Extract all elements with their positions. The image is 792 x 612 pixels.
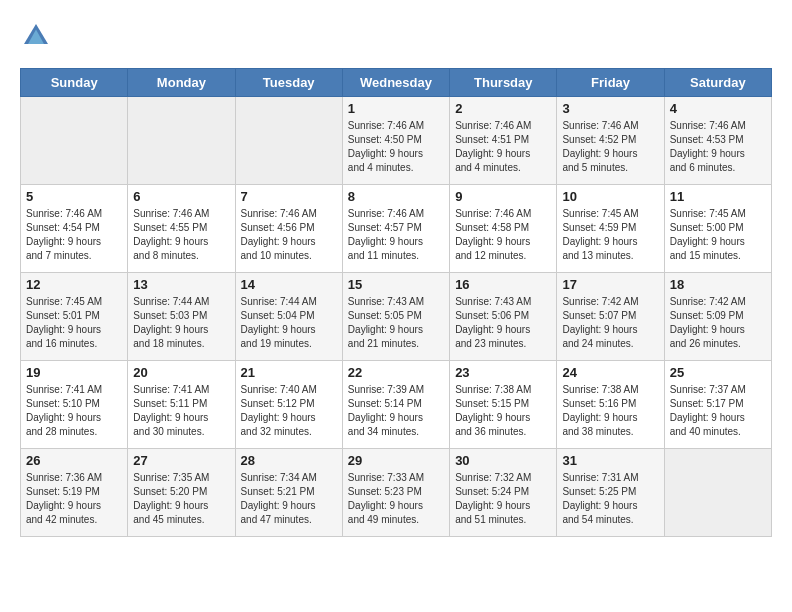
day-number: 10 bbox=[562, 189, 658, 204]
day-number: 22 bbox=[348, 365, 444, 380]
day-info: Sunrise: 7:42 AM Sunset: 5:07 PM Dayligh… bbox=[562, 295, 658, 351]
day-info: Sunrise: 7:38 AM Sunset: 5:16 PM Dayligh… bbox=[562, 383, 658, 439]
weekday-header-wednesday: Wednesday bbox=[342, 69, 449, 97]
calendar-cell: 14Sunrise: 7:44 AM Sunset: 5:04 PM Dayli… bbox=[235, 273, 342, 361]
day-info: Sunrise: 7:43 AM Sunset: 5:06 PM Dayligh… bbox=[455, 295, 551, 351]
day-number: 5 bbox=[26, 189, 122, 204]
day-number: 7 bbox=[241, 189, 337, 204]
day-number: 26 bbox=[26, 453, 122, 468]
calendar-table: SundayMondayTuesdayWednesdayThursdayFrid… bbox=[20, 68, 772, 537]
day-info: Sunrise: 7:34 AM Sunset: 5:21 PM Dayligh… bbox=[241, 471, 337, 527]
day-info: Sunrise: 7:43 AM Sunset: 5:05 PM Dayligh… bbox=[348, 295, 444, 351]
weekday-header-friday: Friday bbox=[557, 69, 664, 97]
logo bbox=[20, 20, 56, 52]
calendar-week-row: 26Sunrise: 7:36 AM Sunset: 5:19 PM Dayli… bbox=[21, 449, 772, 537]
calendar-week-row: 1Sunrise: 7:46 AM Sunset: 4:50 PM Daylig… bbox=[21, 97, 772, 185]
day-info: Sunrise: 7:44 AM Sunset: 5:04 PM Dayligh… bbox=[241, 295, 337, 351]
day-info: Sunrise: 7:42 AM Sunset: 5:09 PM Dayligh… bbox=[670, 295, 766, 351]
day-number: 6 bbox=[133, 189, 229, 204]
day-number: 9 bbox=[455, 189, 551, 204]
day-info: Sunrise: 7:45 AM Sunset: 4:59 PM Dayligh… bbox=[562, 207, 658, 263]
day-number: 17 bbox=[562, 277, 658, 292]
day-info: Sunrise: 7:46 AM Sunset: 4:50 PM Dayligh… bbox=[348, 119, 444, 175]
day-info: Sunrise: 7:45 AM Sunset: 5:01 PM Dayligh… bbox=[26, 295, 122, 351]
day-info: Sunrise: 7:36 AM Sunset: 5:19 PM Dayligh… bbox=[26, 471, 122, 527]
day-number: 4 bbox=[670, 101, 766, 116]
weekday-header-sunday: Sunday bbox=[21, 69, 128, 97]
day-info: Sunrise: 7:32 AM Sunset: 5:24 PM Dayligh… bbox=[455, 471, 551, 527]
calendar-cell: 13Sunrise: 7:44 AM Sunset: 5:03 PM Dayli… bbox=[128, 273, 235, 361]
day-number: 21 bbox=[241, 365, 337, 380]
calendar-cell bbox=[664, 449, 771, 537]
day-number: 3 bbox=[562, 101, 658, 116]
calendar-cell bbox=[128, 97, 235, 185]
calendar-cell: 3Sunrise: 7:46 AM Sunset: 4:52 PM Daylig… bbox=[557, 97, 664, 185]
day-number: 18 bbox=[670, 277, 766, 292]
day-info: Sunrise: 7:46 AM Sunset: 4:54 PM Dayligh… bbox=[26, 207, 122, 263]
day-info: Sunrise: 7:41 AM Sunset: 5:10 PM Dayligh… bbox=[26, 383, 122, 439]
calendar-week-row: 12Sunrise: 7:45 AM Sunset: 5:01 PM Dayli… bbox=[21, 273, 772, 361]
day-number: 14 bbox=[241, 277, 337, 292]
calendar-cell: 5Sunrise: 7:46 AM Sunset: 4:54 PM Daylig… bbox=[21, 185, 128, 273]
day-number: 30 bbox=[455, 453, 551, 468]
day-info: Sunrise: 7:46 AM Sunset: 4:51 PM Dayligh… bbox=[455, 119, 551, 175]
day-number: 15 bbox=[348, 277, 444, 292]
calendar-cell: 20Sunrise: 7:41 AM Sunset: 5:11 PM Dayli… bbox=[128, 361, 235, 449]
calendar-cell: 22Sunrise: 7:39 AM Sunset: 5:14 PM Dayli… bbox=[342, 361, 449, 449]
calendar-cell: 1Sunrise: 7:46 AM Sunset: 4:50 PM Daylig… bbox=[342, 97, 449, 185]
calendar-cell: 28Sunrise: 7:34 AM Sunset: 5:21 PM Dayli… bbox=[235, 449, 342, 537]
day-info: Sunrise: 7:46 AM Sunset: 4:56 PM Dayligh… bbox=[241, 207, 337, 263]
day-info: Sunrise: 7:46 AM Sunset: 4:58 PM Dayligh… bbox=[455, 207, 551, 263]
calendar-cell bbox=[21, 97, 128, 185]
weekday-header-thursday: Thursday bbox=[450, 69, 557, 97]
day-number: 2 bbox=[455, 101, 551, 116]
calendar-cell: 15Sunrise: 7:43 AM Sunset: 5:05 PM Dayli… bbox=[342, 273, 449, 361]
day-number: 29 bbox=[348, 453, 444, 468]
calendar-cell: 10Sunrise: 7:45 AM Sunset: 4:59 PM Dayli… bbox=[557, 185, 664, 273]
calendar-cell: 21Sunrise: 7:40 AM Sunset: 5:12 PM Dayli… bbox=[235, 361, 342, 449]
calendar-cell: 31Sunrise: 7:31 AM Sunset: 5:25 PM Dayli… bbox=[557, 449, 664, 537]
calendar-cell: 26Sunrise: 7:36 AM Sunset: 5:19 PM Dayli… bbox=[21, 449, 128, 537]
day-info: Sunrise: 7:35 AM Sunset: 5:20 PM Dayligh… bbox=[133, 471, 229, 527]
day-info: Sunrise: 7:31 AM Sunset: 5:25 PM Dayligh… bbox=[562, 471, 658, 527]
day-info: Sunrise: 7:33 AM Sunset: 5:23 PM Dayligh… bbox=[348, 471, 444, 527]
calendar-cell: 19Sunrise: 7:41 AM Sunset: 5:10 PM Dayli… bbox=[21, 361, 128, 449]
day-info: Sunrise: 7:45 AM Sunset: 5:00 PM Dayligh… bbox=[670, 207, 766, 263]
weekday-header-tuesday: Tuesday bbox=[235, 69, 342, 97]
day-info: Sunrise: 7:37 AM Sunset: 5:17 PM Dayligh… bbox=[670, 383, 766, 439]
weekday-header-saturday: Saturday bbox=[664, 69, 771, 97]
weekday-header-row: SundayMondayTuesdayWednesdayThursdayFrid… bbox=[21, 69, 772, 97]
logo-icon bbox=[20, 20, 52, 52]
calendar-cell: 12Sunrise: 7:45 AM Sunset: 5:01 PM Dayli… bbox=[21, 273, 128, 361]
calendar-cell: 27Sunrise: 7:35 AM Sunset: 5:20 PM Dayli… bbox=[128, 449, 235, 537]
calendar-cell: 16Sunrise: 7:43 AM Sunset: 5:06 PM Dayli… bbox=[450, 273, 557, 361]
calendar-cell: 18Sunrise: 7:42 AM Sunset: 5:09 PM Dayli… bbox=[664, 273, 771, 361]
calendar-cell: 9Sunrise: 7:46 AM Sunset: 4:58 PM Daylig… bbox=[450, 185, 557, 273]
calendar-cell: 7Sunrise: 7:46 AM Sunset: 4:56 PM Daylig… bbox=[235, 185, 342, 273]
day-number: 23 bbox=[455, 365, 551, 380]
calendar-cell: 17Sunrise: 7:42 AM Sunset: 5:07 PM Dayli… bbox=[557, 273, 664, 361]
day-number: 13 bbox=[133, 277, 229, 292]
day-number: 1 bbox=[348, 101, 444, 116]
calendar-cell: 24Sunrise: 7:38 AM Sunset: 5:16 PM Dayli… bbox=[557, 361, 664, 449]
day-number: 25 bbox=[670, 365, 766, 380]
calendar-cell: 4Sunrise: 7:46 AM Sunset: 4:53 PM Daylig… bbox=[664, 97, 771, 185]
calendar-cell: 30Sunrise: 7:32 AM Sunset: 5:24 PM Dayli… bbox=[450, 449, 557, 537]
day-number: 8 bbox=[348, 189, 444, 204]
day-number: 28 bbox=[241, 453, 337, 468]
day-number: 19 bbox=[26, 365, 122, 380]
day-info: Sunrise: 7:46 AM Sunset: 4:57 PM Dayligh… bbox=[348, 207, 444, 263]
calendar-cell: 8Sunrise: 7:46 AM Sunset: 4:57 PM Daylig… bbox=[342, 185, 449, 273]
day-number: 31 bbox=[562, 453, 658, 468]
calendar-week-row: 5Sunrise: 7:46 AM Sunset: 4:54 PM Daylig… bbox=[21, 185, 772, 273]
calendar-cell bbox=[235, 97, 342, 185]
day-info: Sunrise: 7:46 AM Sunset: 4:55 PM Dayligh… bbox=[133, 207, 229, 263]
calendar-week-row: 19Sunrise: 7:41 AM Sunset: 5:10 PM Dayli… bbox=[21, 361, 772, 449]
day-number: 20 bbox=[133, 365, 229, 380]
day-number: 27 bbox=[133, 453, 229, 468]
calendar-cell: 11Sunrise: 7:45 AM Sunset: 5:00 PM Dayli… bbox=[664, 185, 771, 273]
day-info: Sunrise: 7:46 AM Sunset: 4:53 PM Dayligh… bbox=[670, 119, 766, 175]
calendar-cell: 29Sunrise: 7:33 AM Sunset: 5:23 PM Dayli… bbox=[342, 449, 449, 537]
day-number: 11 bbox=[670, 189, 766, 204]
day-number: 12 bbox=[26, 277, 122, 292]
